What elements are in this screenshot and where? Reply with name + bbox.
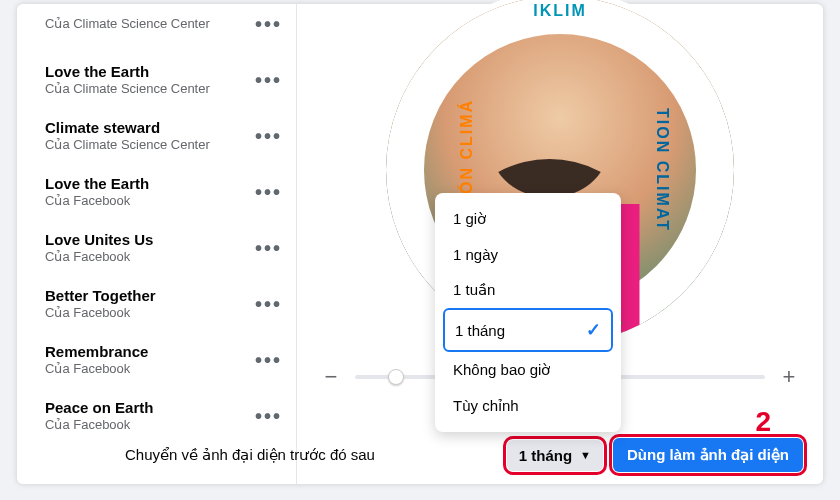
profile-frame-dialog: Của Climate Science Center ••• Love the … bbox=[17, 4, 823, 484]
frame-title: Love the Earth bbox=[45, 63, 255, 81]
frame-thumbnail bbox=[17, 340, 35, 380]
zoom-in-icon[interactable]: + bbox=[775, 364, 803, 390]
duration-option-selected[interactable]: 1 tháng ✓ bbox=[443, 308, 613, 352]
frame-title: Love Unites Us bbox=[45, 231, 255, 249]
option-label: Không bao giờ bbox=[453, 361, 550, 379]
frame-subtitle: Của Facebook bbox=[45, 361, 255, 377]
frame-list-item[interactable]: Peace on Earth Của Facebook ••• bbox=[17, 388, 296, 444]
frame-list-item[interactable]: Better Together Của Facebook ••• bbox=[17, 276, 296, 332]
frame-subtitle: Của Facebook bbox=[45, 249, 255, 265]
more-icon[interactable]: ••• bbox=[255, 13, 282, 36]
duration-value: 1 tháng bbox=[519, 447, 572, 464]
annotation-marker-2: 2 bbox=[755, 406, 771, 438]
frame-list-item[interactable]: Của Climate Science Center ••• bbox=[17, 4, 296, 52]
option-label: 1 tháng bbox=[455, 322, 505, 339]
frame-list-item[interactable]: Love the Earth Của Climate Science Cente… bbox=[17, 52, 296, 108]
frame-title: Better Together bbox=[45, 287, 255, 305]
frame-thumbnail bbox=[17, 172, 35, 212]
frame-list-item[interactable]: Love Unites Us Của Facebook ••• bbox=[17, 220, 296, 276]
frame-subtitle: Của Facebook bbox=[45, 417, 255, 433]
more-icon[interactable]: ••• bbox=[255, 125, 282, 148]
option-label: 1 giờ bbox=[453, 210, 486, 228]
frame-subtitle: Của Climate Science Center bbox=[45, 16, 255, 32]
duration-select-button[interactable]: 1 tháng ▼ bbox=[507, 440, 603, 471]
duration-option[interactable]: 1 tuần bbox=[443, 272, 613, 308]
duration-option[interactable]: Tùy chỉnh bbox=[443, 388, 613, 424]
caret-down-icon: ▼ bbox=[580, 449, 591, 461]
frame-title: Climate steward bbox=[45, 119, 255, 137]
more-icon[interactable]: ••• bbox=[255, 69, 282, 92]
option-label: 1 tuần bbox=[453, 281, 495, 299]
dialog-footer: Chuyển về ảnh đại diện trước đó sau 1 th… bbox=[17, 438, 823, 472]
duration-option[interactable]: 1 ngày bbox=[443, 237, 613, 272]
frame-subtitle: Của Climate Science Center bbox=[45, 137, 255, 153]
frame-title: Peace on Earth bbox=[45, 399, 255, 417]
ring-text-top: IKLIM bbox=[533, 2, 587, 20]
duration-option[interactable]: Không bao giờ bbox=[443, 352, 613, 388]
frame-thumbnail bbox=[17, 4, 35, 44]
frame-list-item[interactable]: Climate steward Của Climate Science Cent… bbox=[17, 108, 296, 164]
use-as-profile-button[interactable]: Dùng làm ảnh đại diện bbox=[613, 438, 803, 472]
revert-label: Chuyển về ảnh đại diện trước đó sau bbox=[37, 446, 375, 464]
frame-subtitle: Của Facebook bbox=[45, 305, 255, 321]
frame-title: Love the Earth bbox=[45, 175, 255, 193]
frame-list-item[interactable]: Remembrance Của Facebook ••• bbox=[17, 332, 296, 388]
frame-list-item[interactable]: Love the Earth Của Facebook ••• bbox=[17, 164, 296, 220]
more-icon[interactable]: ••• bbox=[255, 181, 282, 204]
frame-subtitle: Của Climate Science Center bbox=[45, 81, 255, 97]
more-icon[interactable]: ••• bbox=[255, 293, 282, 316]
more-icon[interactable]: ••• bbox=[255, 349, 282, 372]
zoom-thumb[interactable] bbox=[388, 369, 404, 385]
frame-thumbnail bbox=[17, 60, 35, 100]
frame-thumbnail bbox=[17, 116, 35, 156]
frame-thumbnail bbox=[17, 396, 35, 436]
frame-thumbnail bbox=[17, 284, 35, 324]
check-icon: ✓ bbox=[586, 319, 601, 341]
duration-option[interactable]: 1 giờ bbox=[443, 201, 613, 237]
frame-list-sidebar: Của Climate Science Center ••• Love the … bbox=[17, 4, 297, 484]
zoom-out-icon[interactable]: − bbox=[317, 364, 345, 390]
frame-subtitle: Của Facebook bbox=[45, 193, 255, 209]
option-label: 1 ngày bbox=[453, 246, 498, 263]
duration-dropdown: 1 giờ 1 ngày 1 tuần 1 tháng ✓ Không bao … bbox=[435, 193, 621, 432]
more-icon[interactable]: ••• bbox=[255, 237, 282, 260]
option-label: Tùy chỉnh bbox=[453, 397, 519, 415]
frame-title: Remembrance bbox=[45, 343, 255, 361]
ring-text-right: TION CLIMAT bbox=[653, 108, 671, 232]
frame-thumbnail bbox=[17, 228, 35, 268]
more-icon[interactable]: ••• bbox=[255, 405, 282, 428]
